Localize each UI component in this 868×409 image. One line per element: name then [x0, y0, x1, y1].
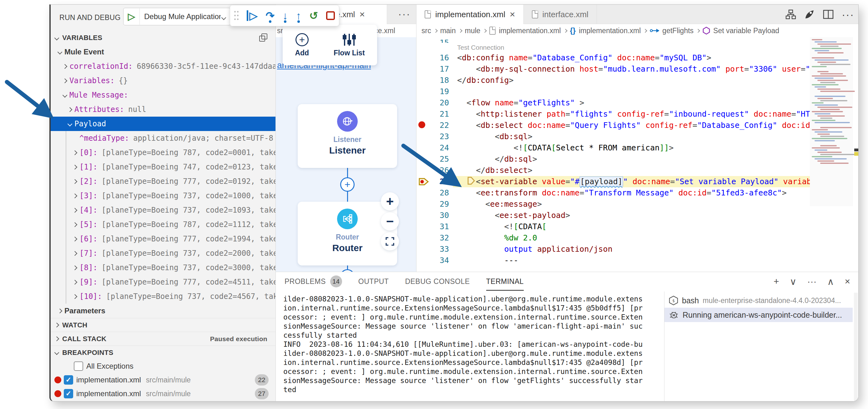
code-line-27[interactable]: 27 <set-variable value="#[payload]" doc:…	[416, 176, 810, 187]
code-line-22[interactable]: 22 <db:select doc:name="Query Flights" c…	[416, 120, 810, 131]
variable-row[interactable]: Attributes:null	[51, 102, 276, 117]
play-icon[interactable]: ▷	[124, 8, 140, 25]
breakpoints-section-header[interactable]: BREAKPOINTS	[51, 346, 276, 359]
tab-interface-xml[interactable]: interface.xml	[524, 5, 597, 24]
tab-implementation-xml[interactable]: implementation.xml×	[416, 5, 524, 24]
variable-row[interactable]: [0]:[planeType=Boeing 787, code2=0001, t…	[51, 146, 276, 160]
variable-row[interactable]: [8]:[planeType=Boeing 737, code2=3000, t…	[51, 260, 276, 275]
step-into-icon[interactable]: ↓	[283, 10, 288, 21]
maximize-panel-icon[interactable]: ∧	[827, 276, 834, 287]
code-line-21[interactable]: 21 <http:listener path="flights" config-…	[416, 108, 810, 120]
listener-node[interactable]: Listener Listener	[298, 104, 397, 168]
drag-handle-icon[interactable]	[234, 10, 239, 21]
variable-row[interactable]: [5]:[planeType=Boeing 787, code2=1112, t…	[51, 217, 276, 232]
step-over-icon[interactable]: ↷	[266, 10, 275, 21]
code-area[interactable]: 15Test Connection16<db:config name="Data…	[416, 37, 859, 272]
code-line-20[interactable]: 20 <flow name="getFlights" >	[416, 97, 810, 108]
breadcrumb-item[interactable]: main	[440, 27, 456, 35]
panel-tab-terminal[interactable]: TERMINAL	[486, 272, 524, 291]
overview-ruler[interactable]	[854, 37, 859, 272]
panel-tab-problems[interactable]: PROBLEMS14	[284, 272, 342, 291]
code-line-32[interactable]: 32 %dw 2.0	[416, 232, 810, 244]
fit-screen-button[interactable]	[381, 232, 399, 250]
more-actions-icon[interactable]: ···	[842, 8, 854, 21]
step-out-icon[interactable]: ↑	[296, 10, 301, 21]
code-line-18[interactable]: 18</db:config>	[416, 75, 810, 86]
rocket-icon[interactable]	[804, 9, 815, 20]
codelens-test-connection[interactable]: Test Connection	[416, 43, 810, 52]
breadcrumb-item[interactable]: getFlights	[662, 27, 693, 35]
variable-row[interactable]: [2]:[planeType=Boeing 777, code2=0192, t…	[51, 174, 276, 189]
code-line-30[interactable]: 30 <ee:set-payload>	[416, 210, 810, 221]
restart-icon[interactable]: ↺	[309, 10, 318, 21]
variable-row[interactable]: Variables:{}	[51, 73, 276, 88]
variable-row[interactable]: [10]:[planeType=Boeing 737, code2=4567, …	[51, 289, 276, 304]
watch-section-header[interactable]: WATCH	[51, 318, 276, 332]
breakpoint-dot-icon[interactable]	[418, 121, 425, 128]
call-stack-section-header[interactable]: CALL STACK Paused execution	[51, 332, 276, 346]
terminal-session-row[interactable]: $bashmule-enterprise-standalone-4.4.0-20…	[664, 293, 853, 308]
code-line-26[interactable]: 26 </db:select>	[416, 165, 810, 176]
code-line-25[interactable]: 25 </db:sql>	[416, 154, 810, 165]
stop-icon[interactable]	[326, 11, 335, 20]
breakpoint-checkbox[interactable]: ✓	[64, 389, 73, 398]
variable-row[interactable]: Mule Event	[51, 45, 276, 59]
breadcrumb-item[interactable]: implementation.xml	[499, 27, 561, 35]
breadcrumb-item[interactable]: implementation.xml	[579, 27, 641, 35]
close-panel-icon[interactable]: ×	[844, 276, 850, 287]
breakpoint-checkbox[interactable]	[74, 361, 83, 371]
code-line-34[interactable]: 34 ---	[416, 255, 810, 266]
breakpoint-checkbox[interactable]: ✓	[64, 375, 73, 385]
breakpoint-row[interactable]: ✓implementation.xmlsrc/main/mule22	[51, 373, 276, 387]
exception-breakpoint-row[interactable]: All Exceptions	[51, 359, 276, 373]
editor-breadcrumb[interactable]: srcmainmuleimplementation.xml{}implement…	[416, 24, 859, 37]
code-line-24[interactable]: 24 <![CDATA[Select * FROM american]]>	[416, 142, 810, 154]
continue-icon[interactable]: ▷	[247, 10, 258, 21]
terminal-output[interactable]: ilder-08082023-1.0.0-SNAPSHOT-mule-appli…	[283, 294, 661, 398]
code-line-33[interactable]: 33 output application/json	[416, 244, 810, 255]
variable-row[interactable]: [9]:[planeType=Boeing 777, code2=4511, t…	[51, 275, 276, 289]
minimap[interactable]	[810, 37, 853, 206]
variable-row[interactable]: correlationId:68966330-3c5f-11ee-9c43-14…	[51, 59, 276, 73]
more-actions-icon[interactable]: ···	[807, 276, 817, 287]
breadcrumb-item[interactable]: src	[422, 27, 431, 35]
flow-list-button[interactable]: Flow List	[334, 33, 365, 57]
code-line-15[interactable]: 15	[416, 37, 810, 43]
close-icon[interactable]: ×	[510, 9, 515, 20]
insert-component-button[interactable]: +	[340, 269, 354, 272]
code-line-17[interactable]: 17 <db:my-sql-connection host="mudb.lear…	[416, 63, 810, 75]
launch-profile-chevron-icon[interactable]: ∨	[790, 276, 797, 287]
add-component-button[interactable]: + Add	[295, 33, 309, 57]
variable-row[interactable]: ^mediaType:application/java; charset=UTF…	[51, 131, 276, 146]
code-line-28[interactable]: 28 <ee:transform doc:name="Transform Mes…	[416, 187, 810, 198]
terminal-session-row[interactable]: Running american-ws-anypoint-code-builde…	[664, 308, 853, 322]
code-line-31[interactable]: 31 <![CDATA[	[416, 221, 810, 232]
code-line-23[interactable]: 23 <db:sql>	[416, 131, 810, 142]
variable-row[interactable]: [6]:[planeType=Boeing 777, code2=1994, t…	[51, 232, 276, 246]
variables-section-header[interactable]: VARIABLES	[51, 31, 276, 45]
variable-row[interactable]: [4]:[planeType=Boeing 737, code2=1093, t…	[51, 203, 276, 217]
router-node[interactable]: Router Router	[298, 202, 397, 265]
variable-row[interactable]: [7]:[planeType=Boeing 737, code2=2000, t…	[51, 246, 276, 260]
variable-row[interactable]: [1]:[planeType=Boeing 747, code2=0123, t…	[51, 160, 276, 174]
launch-config-picker[interactable]: ▷ Debug Mule Application	[123, 8, 231, 25]
code-line-19[interactable]: 19	[416, 86, 810, 97]
close-icon[interactable]: ×	[359, 9, 365, 20]
breakpoint-row[interactable]: ✓interface.xmlsrc/main/mule124	[51, 401, 276, 401]
panel-scrollbar[interactable]	[854, 293, 858, 401]
insert-component-button[interactable]: +	[340, 177, 354, 192]
variable-row[interactable]: [3]:[planeType=Boeing 737, code2=1000, t…	[51, 189, 276, 203]
breadcrumb-item[interactable]: Set variable Payload	[713, 27, 779, 35]
variable-row[interactable]: Mule Message:	[51, 88, 276, 102]
code-line-16[interactable]: 16<db:config name="Database_Config" doc:…	[416, 52, 810, 63]
panel-tab-output[interactable]: OUTPUT	[358, 272, 389, 291]
more-tabs-icon[interactable]: ···	[398, 8, 410, 20]
zoom-in-button[interactable]: +	[381, 192, 399, 211]
zoom-out-button[interactable]: −	[381, 212, 399, 230]
code-line-29[interactable]: 29 <ee:message>	[416, 198, 810, 210]
paused-breakpoint-gutter[interactable]	[418, 178, 430, 186]
copy-value-icon[interactable]	[259, 33, 267, 41]
split-editor-icon[interactable]	[823, 10, 834, 19]
breakpoint-row[interactable]: ✓implementation.xmlsrc/main/mule27	[51, 387, 276, 401]
variable-row[interactable]: Payload	[51, 117, 276, 131]
